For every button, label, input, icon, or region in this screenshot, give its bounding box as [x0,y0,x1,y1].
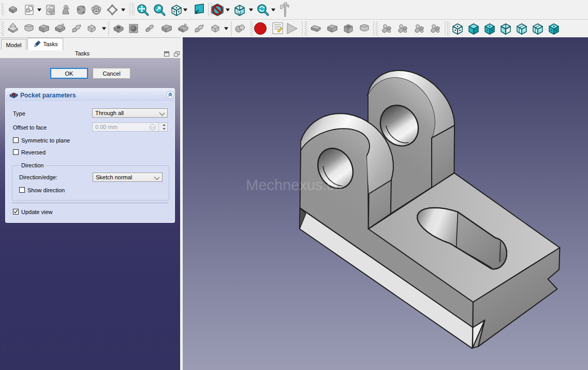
svg-text:f(x): f(x) [150,126,155,129]
svg-text:Mechnexus.co: Mechnexus.co [246,177,343,193]
